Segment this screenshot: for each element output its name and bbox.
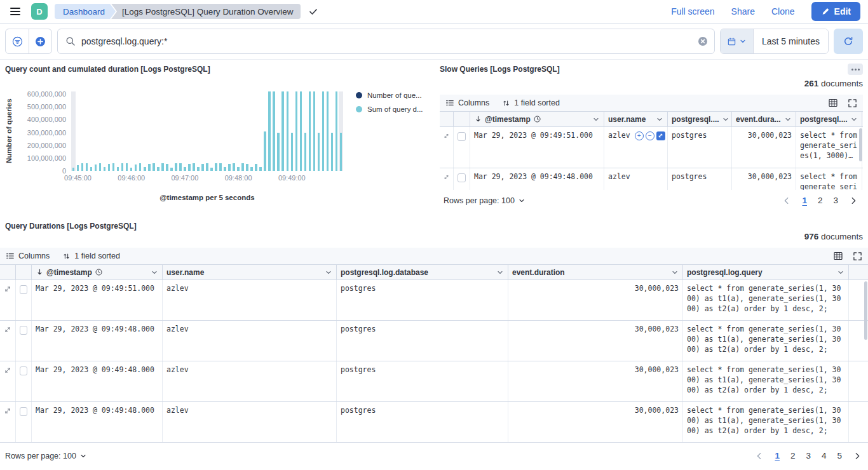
filter-out-value-icon[interactable]: −: [646, 131, 654, 140]
column-menu-chevron-icon[interactable]: [656, 116, 663, 123]
column-menu-chevron-icon[interactable]: [592, 116, 600, 123]
chart-bar: [200, 91, 205, 171]
scrollbar-thumb[interactable]: [864, 281, 867, 340]
expand-row-button[interactable]: [440, 168, 454, 190]
column-header-postgresql-[interactable]: postgresql....: [668, 112, 732, 126]
column-menu-chevron-icon[interactable]: [784, 116, 792, 123]
chart-bar: [316, 91, 321, 171]
time-range-value[interactable]: Last 5 minutes: [754, 29, 828, 53]
cell-timestamp: Mar 29, 2023 @ 09:49:51.000: [470, 127, 604, 168]
x-axis-tick: 09:45:00: [64, 174, 92, 182]
panel-options-icon[interactable]: [848, 64, 863, 75]
column-header-postgresql-log-query[interactable]: postgresql.log.query: [683, 265, 849, 279]
pagination-previous[interactable]: [755, 452, 764, 460]
display-options-icon[interactable]: [833, 251, 843, 261]
column-header-postgresql-[interactable]: postgresql....: [796, 112, 862, 126]
column-menu-chevron-icon[interactable]: [671, 269, 679, 276]
chart-panel-title: Query count and cumulated duration [Logs…: [5, 65, 432, 74]
breadcrumb-dashboard[interactable]: Dashboard: [55, 4, 116, 19]
row-checkbox[interactable]: [20, 366, 27, 375]
column-menu-chevron-icon[interactable]: [325, 269, 332, 276]
filter-icon[interactable]: [6, 29, 29, 53]
expand-cell-icon[interactable]: [656, 131, 665, 140]
share-button[interactable]: Share: [731, 6, 755, 17]
add-filter-icon[interactable]: [29, 29, 51, 53]
chart-bar: [85, 91, 89, 171]
pagination-previous[interactable]: [782, 196, 791, 205]
column-menu-chevron-icon[interactable]: [837, 269, 844, 276]
sort-fields-button[interactable]: 1 field sorted: [62, 252, 120, 260]
pagination-page-3[interactable]: 3: [806, 451, 811, 460]
columns-selector-button[interactable]: Columns: [445, 98, 489, 107]
cell-event-duration: 30,000,023: [508, 321, 683, 361]
row-checkbox[interactable]: [458, 132, 466, 141]
pagination-next[interactable]: [853, 452, 862, 460]
columns-selector-button[interactable]: Columns: [6, 252, 50, 260]
space-avatar[interactable]: D: [31, 3, 48, 20]
chart-bar: [138, 91, 142, 171]
cell-timestamp: Mar 29, 2023 @ 09:49:51.000: [32, 280, 163, 320]
query-bar: Last 5 minutes: [0, 24, 868, 60]
row-checkbox[interactable]: [20, 285, 27, 294]
cell-database: postgres: [337, 280, 508, 320]
cell-database: postgres: [337, 321, 508, 361]
query-durations-panel: Query Durations [Logs PostgreSQL] 976 do…: [0, 215, 868, 460]
row-checkbox[interactable]: [20, 326, 27, 335]
pagination-page-2[interactable]: 2: [790, 451, 796, 460]
column-header-event-duration[interactable]: event.duration: [508, 265, 683, 279]
chart-bar: [219, 91, 223, 171]
rows-per-page-selector[interactable]: Rows per page: 100: [444, 196, 526, 205]
pagination-next[interactable]: [849, 196, 858, 205]
breadcrumb-current-page[interactable]: [Logs PostgreSQL] Query Duration Overvie…: [111, 4, 301, 19]
refresh-button[interactable]: [834, 29, 863, 54]
pagination-page-3[interactable]: 3: [833, 196, 838, 205]
legend-item-sum-of-query-duration[interactable]: Sum of query d...: [356, 105, 423, 113]
row-checkbox[interactable]: [20, 407, 27, 416]
expand-row-button[interactable]: [440, 127, 454, 168]
display-options-icon[interactable]: [828, 98, 838, 108]
chart-bar: [116, 91, 120, 171]
pagination-page-1[interactable]: 1: [802, 196, 807, 205]
filter-for-value-icon[interactable]: +: [635, 131, 644, 140]
cell-event-duration: 30,000,023: [508, 280, 683, 320]
pagination-page-2[interactable]: 2: [818, 196, 823, 205]
scrollbar-thumb[interactable]: [859, 128, 862, 161]
clock-icon: [533, 115, 541, 123]
cell-timestamp: Mar 29, 2023 @ 09:49:48.000: [32, 402, 163, 442]
edit-button[interactable]: Edit: [811, 2, 860, 21]
rows-per-page-selector[interactable]: Rows per page: 100: [5, 452, 87, 460]
query-input[interactable]: [81, 36, 692, 46]
expand-row-button[interactable]: [0, 321, 16, 361]
clear-query-icon[interactable]: [698, 36, 708, 46]
column-header-user-name[interactable]: user.name: [604, 112, 668, 126]
expand-row-button[interactable]: [0, 402, 16, 442]
column-menu-chevron-icon[interactable]: [496, 269, 504, 276]
table-row: Mar 29, 2023 @ 09:49:48.000azlevpostgres…: [0, 402, 868, 443]
table-row: Mar 29, 2023 @ 09:49:48.000azlevpostgres…: [440, 168, 863, 190]
full-screen-button[interactable]: Full screen: [671, 6, 714, 17]
clock-icon: [95, 268, 103, 276]
expand-row-button[interactable]: [0, 280, 16, 320]
pagination-page-5[interactable]: 5: [837, 451, 842, 460]
sort-fields-button[interactable]: 1 field sorted: [502, 98, 560, 107]
column-header-user-name[interactable]: user.name: [163, 265, 337, 279]
pagination-page-1[interactable]: 1: [775, 451, 780, 460]
column-menu-chevron-icon[interactable]: [722, 116, 729, 123]
column-menu-chevron-icon[interactable]: [151, 269, 158, 276]
column-header-timestamp[interactable]: @timestamp: [470, 112, 604, 126]
column-header-timestamp[interactable]: @timestamp: [32, 265, 163, 279]
fullscreen-icon[interactable]: [848, 98, 857, 108]
legend-item-number-of-queries[interactable]: Number of que...: [356, 91, 423, 99]
chart-bar: [165, 91, 169, 171]
column-header-postgresql-log-database[interactable]: postgresql.log.database: [337, 265, 508, 279]
clone-button[interactable]: Clone: [771, 6, 795, 17]
row-checkbox[interactable]: [458, 173, 466, 182]
hamburger-menu-icon[interactable]: [6, 3, 24, 20]
pagination-page-4[interactable]: 4: [822, 451, 827, 460]
column-menu-chevron-icon[interactable]: [850, 116, 858, 123]
column-header-event-dura-[interactable]: event.dura...: [732, 112, 796, 126]
expand-row-button[interactable]: [0, 361, 16, 401]
chart-bar: [191, 91, 196, 171]
fullscreen-icon[interactable]: [853, 252, 862, 261]
calendar-dropdown-button[interactable]: [721, 29, 754, 53]
